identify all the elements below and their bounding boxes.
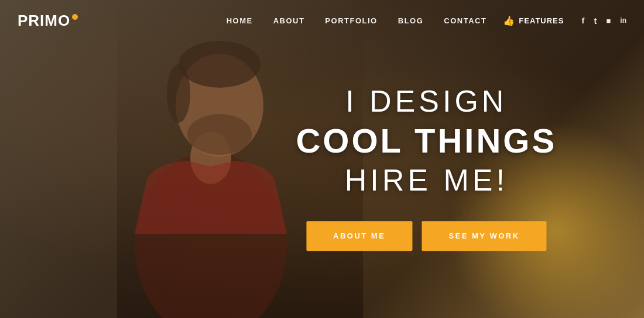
see-my-work-button[interactable]: SEE MY WORK xyxy=(422,221,546,251)
nav-item-about[interactable]: ABOUT xyxy=(273,15,305,26)
hero-buttons: ABOUT ME SEE MY WORK xyxy=(296,221,557,251)
about-me-button[interactable]: ABOUT ME xyxy=(306,221,412,251)
nav-item-portfolio[interactable]: PORTFOLIO xyxy=(325,15,377,26)
instagram-icon[interactable]: ■ xyxy=(606,16,611,25)
facebook-icon[interactable]: f xyxy=(581,16,584,26)
linkedin-icon[interactable]: in xyxy=(620,16,626,25)
nav-item-contact[interactable]: CONTACT xyxy=(444,15,487,26)
nav-item-home[interactable]: HOME xyxy=(227,15,253,26)
nav-features[interactable]: 👍 FEATURES xyxy=(503,15,564,26)
navbar: PRIMO HOME ABOUT PORTFOLIO BLOG CONTACT … xyxy=(0,0,644,41)
nav-link-blog[interactable]: BLOG xyxy=(398,16,424,25)
nav-link-about[interactable]: ABOUT xyxy=(273,16,305,25)
nav-link-contact[interactable]: CONTACT xyxy=(444,16,487,25)
nav-links: HOME ABOUT PORTFOLIO BLOG CONTACT xyxy=(227,15,487,26)
logo-dot xyxy=(72,14,78,20)
hero-line3: HIRE ME! xyxy=(296,163,557,198)
twitter-icon[interactable]: t xyxy=(594,16,597,26)
features-label: FEATURES xyxy=(519,16,564,25)
hero-content: I DESIGN COOL THINGS HIRE ME! ABOUT ME S… xyxy=(296,84,557,251)
nav-item-blog[interactable]: BLOG xyxy=(398,15,424,26)
hero-line2: COOL THINGS xyxy=(296,121,557,160)
nav-link-home[interactable]: HOME xyxy=(227,16,253,25)
social-icons: f t ■ in xyxy=(581,16,626,26)
nav-link-portfolio[interactable]: PORTFOLIO xyxy=(325,16,377,25)
logo[interactable]: PRIMO xyxy=(18,12,78,30)
logo-text: PRIMO xyxy=(18,12,70,30)
hero-line1: I DESIGN xyxy=(296,84,557,119)
hero-section: PRIMO HOME ABOUT PORTFOLIO BLOG CONTACT … xyxy=(0,0,644,318)
thumbs-up-icon: 👍 xyxy=(503,15,515,26)
